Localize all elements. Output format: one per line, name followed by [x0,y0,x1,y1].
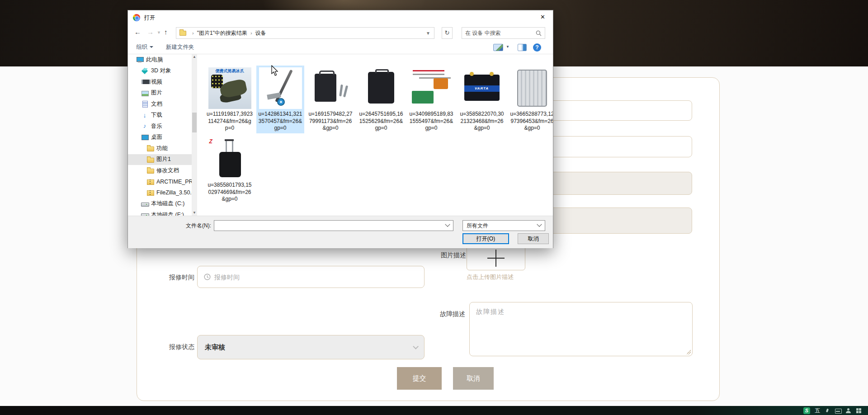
dialog-navbar: ← → ▼ ↑ › "图片1"中的搜索结果 › 设备 ▼ ↻ [128,25,553,41]
sidebar-item-3d-objects[interactable]: 3D 对象 [128,66,192,77]
breadcrumb-chevron-icon: › [192,30,194,36]
file-item[interactable]: u=2645751695,161525629&fm=26&gp=0 [357,66,405,133]
file-item[interactable]: 便携式简易冰爪 u=111919817,3923114274&fm=26&gp=… [206,66,254,133]
filename-combobox[interactable] [214,220,453,231]
back-button[interactable]: ← [134,28,141,36]
chrome-icon [133,14,140,21]
caret-down-icon [150,46,153,50]
download-arrow-icon: ↓ [141,112,148,119]
file-thumbnail: Z [208,138,251,180]
file-item[interactable]: u=3665288773,1297396453&fm=26&gp=0 [508,66,553,133]
file-name: u=3665288773,1297396453&fm=26&gp=0 [508,111,553,132]
submit-button[interactable]: 提交 [397,367,442,390]
close-button[interactable]: ✕ [533,10,553,24]
folder-icon [179,31,186,36]
address-bar[interactable]: › "图片1"中的搜索结果 › 设备 ▼ [176,27,434,39]
sidebar-item-tupian1[interactable]: 图片1 [128,154,192,165]
history-chevron-icon[interactable]: ▼ [157,30,161,35]
repair-time-input[interactable] [197,266,425,288]
folder-icon [146,145,154,152]
folder-icon [146,167,154,174]
address-dropdown-icon[interactable]: ▼ [422,31,434,36]
file-item[interactable]: u=3409895189,831555497&fm=26&gp=0 [407,66,455,133]
dialog-titlebar[interactable]: 打开 ✕ [128,10,553,25]
chevron-down-icon[interactable] [445,222,450,227]
preview-pane-icon[interactable] [518,44,527,51]
sidebar-item-disk-c[interactable]: 本地磁盘 (C:) [128,198,192,210]
file-thumbnail: 便携式简易冰爪 [208,67,251,109]
folder-icon [146,156,154,163]
file-thumbnail [360,67,403,109]
breadcrumb-current-folder[interactable]: 设备 [255,29,266,37]
file-type-select[interactable]: 所有文件 [462,220,545,231]
sidebar-item-desktop[interactable]: 桌面 [128,132,192,143]
help-button[interactable]: ? [533,43,541,52]
repair-time-field[interactable] [214,274,418,281]
file-grid: 便携式简易冰爪 u=111919817,3923114274&fm=26&gp=… [206,54,553,216]
sidebar-item-disk-f[interactable]: 本地磁盘 (F:) [128,209,192,216]
repair-status-value: 未审核 [205,343,413,352]
sidebar-item-music[interactable]: ♪音乐 [128,121,192,132]
breadcrumb-search-results[interactable]: "图片1"中的搜索结果 [197,29,247,37]
computer-icon [136,56,143,63]
file-item[interactable]: VARTA u=3585822070,3021323468&fm=26&gp=0 [458,66,506,133]
sidebar-item-downloads[interactable]: ↓下载 [128,110,192,121]
wps-tray-icon[interactable]: S [803,407,810,414]
upload-hint: 点击上传图片描述 [467,273,514,281]
screen: 图片描述 点击上传图片描述 报修时间 故障描述 报修状态 未审核 提交 取消 S… [0,0,868,415]
hard-drive-icon [141,200,148,208]
form-cancel-button[interactable]: 取消 [453,367,494,390]
file-item[interactable]: Z u=3855801793,1502974669&fm=26&gp=0 [206,137,254,204]
scroll-down-icon[interactable]: ▼ [192,210,197,216]
up-button[interactable]: ↑ [164,28,168,36]
filename-input[interactable] [214,222,446,229]
ime-mode-icon[interactable] [825,408,830,414]
new-folder-button[interactable]: 新建文件夹 [166,43,194,51]
ime-indicator[interactable]: 五 [815,406,820,415]
open-file-dialog: 打开 ✕ ← → ▼ ↑ › "图片1"中的搜索结果 › 设备 ▼ ↻ [127,10,553,248]
sidebar-item-documents[interactable]: 文档 [128,99,192,110]
chevron-down-icon [537,222,542,227]
desktop-icon [141,134,148,141]
dialog-cancel-button[interactable]: 取消 [518,233,549,244]
folder-tree: 此电脑 3D 对象 视频 图片 文档 ↓下载 ♪音乐 桌面 功能 图片1 修改文… [128,54,192,216]
scrollbar-thumb[interactable] [192,113,197,132]
file-item-selected[interactable]: u=142861341,3213570457&fm=26&gp=0 [256,66,304,133]
music-note-icon: ♪ [141,123,148,130]
document-icon [141,100,148,108]
open-button[interactable]: 打开(O) [462,233,509,244]
file-thumbnail [309,67,352,109]
scroll-up-icon[interactable]: ▲ [192,54,197,60]
taskbar: S 五 [0,406,868,415]
view-mode-caret-icon[interactable]: ▼ [506,45,509,49]
sidebar-item-filezilla[interactable]: FileZilla_3.50.0 [128,187,192,198]
repair-status-label: 报修状态 [169,343,194,351]
people-tray-icon[interactable] [845,408,851,414]
file-name: u=3585822070,3021323468&fm=26&gp=0 [458,111,506,132]
zip-folder-icon [146,189,154,196]
file-item[interactable]: u=1691579482,2779991173&fm=26&gp=0 [307,66,354,133]
fault-desc-textarea[interactable] [470,302,692,356]
ime-toolbar-icon[interactable] [856,408,862,414]
sidebar-item-xiugai-wendang[interactable]: 修改文档 [128,165,192,176]
sidebar-item-videos[interactable]: 视频 [128,76,192,88]
resize-grip-icon[interactable] [686,350,691,354]
organize-menu[interactable]: 组织 [136,43,153,51]
sidebar-item-this-pc[interactable]: 此电脑 [128,54,192,66]
chevron-down-icon [413,344,419,349]
sidebar-item-pictures[interactable]: 图片 [128,88,192,99]
dialog-footer: 文件名(N): 所有文件 打开(O) 取消 [128,216,553,248]
filename-label: 文件名(N): [186,222,211,230]
sidebar-scrollbar[interactable]: ▲ ▼ [192,54,197,216]
repair-status-select[interactable]: 未审核 [197,335,425,359]
refresh-button[interactable]: ↻ [442,27,453,39]
search-input[interactable] [465,30,536,36]
zip-folder-icon [146,178,154,185]
sidebar-item-gongneng[interactable]: 功能 [128,143,192,154]
forward-button: → [147,28,154,36]
search-box[interactable] [462,27,545,39]
view-mode-icon[interactable] [493,44,503,51]
file-name: u=111919817,3923114274&fm=26&gp=0 [206,111,254,132]
touch-keyboard-icon[interactable] [835,408,841,414]
sidebar-item-arctime-pro[interactable]: ARCTIME_PRO [128,176,192,188]
